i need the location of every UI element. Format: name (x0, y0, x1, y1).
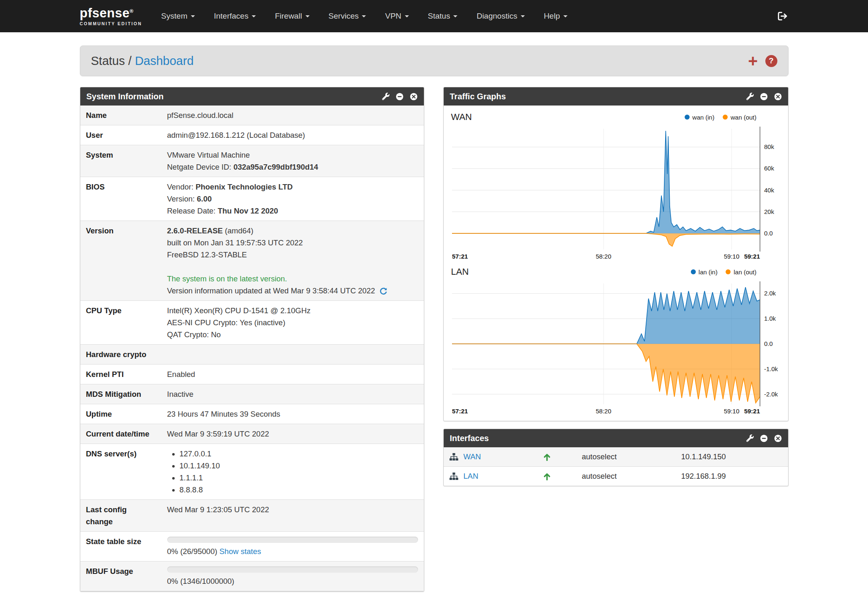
svg-text:59:21: 59:21 (744, 408, 760, 415)
chevron-down-icon (521, 15, 525, 17)
close-icon[interactable] (774, 93, 782, 101)
wan-traffic-graph: WAN wan (in) wan (out) 80k60k40k20k0.057… (450, 110, 782, 261)
row-bios: BIOS Vendor: Phoenix Technologies LTD Ve… (80, 177, 424, 221)
legend-dot-lan-out (726, 269, 731, 274)
interface-ip: 10.1.149.150 (681, 452, 782, 461)
main-menu: System Interfaces Firewall Services VPN … (161, 12, 586, 21)
breadcrumb-section: Status (91, 54, 125, 67)
interface-row-lan: LAN autoselect 192.168.1.99 (444, 467, 788, 486)
close-icon[interactable] (774, 434, 782, 442)
svg-text:59:10: 59:10 (724, 408, 739, 415)
pfsense-logo[interactable]: pfsense® COMMUNITY EDITION (80, 7, 142, 26)
svg-text:57:21: 57:21 (452, 253, 468, 260)
mbuf-progressbar (167, 566, 418, 573)
interface-link-wan[interactable]: WAN (464, 452, 481, 461)
wrench-icon[interactable] (382, 93, 390, 100)
row-state-table-size: State table size 0% (26/95000) Show stat… (80, 532, 424, 561)
chevron-down-icon (191, 15, 195, 17)
chevron-down-icon (563, 15, 567, 17)
panel-title-traffic-graphs: Traffic Graphs (450, 92, 506, 101)
system-information-panel: System Information Name pfSense.cloud.lo… (80, 87, 424, 592)
svg-text:59:21: 59:21 (744, 253, 760, 260)
status-up-icon (543, 472, 551, 481)
version-status: The system is on the latest version. (167, 273, 418, 285)
row-name: Name pfSense.cloud.local (80, 106, 424, 125)
lan-graph-title: LAN (451, 266, 469, 277)
svg-text:-2.0k: -2.0k (764, 391, 778, 398)
chevron-down-icon (252, 15, 256, 17)
row-last-config-change: Last config change Wed Mar 9 1:23:05 UTC… (80, 500, 424, 532)
row-dns-servers: DNS server(s) 127.0.0.1 10.1.149.10 1.1.… (80, 444, 424, 500)
nav-item-interfaces[interactable]: Interfaces (214, 12, 256, 21)
nav-item-firewall[interactable]: Firewall (275, 12, 309, 21)
breadcrumb-page[interactable]: Dashboard (135, 54, 194, 67)
row-system: System VMware Virtual Machine Netgate De… (80, 145, 424, 177)
netgate-device-id: 032a95a7c99dbf190d14 (233, 163, 318, 171)
svg-text:2.0k: 2.0k (764, 290, 776, 297)
chevron-down-icon (305, 15, 310, 17)
dns-server: 1.1.1.1 (180, 472, 418, 484)
row-current-datetime: Current date/time Wed Mar 9 3:59:19 UTC … (80, 424, 424, 444)
minimize-icon[interactable] (396, 93, 404, 101)
status-up-icon (543, 453, 551, 461)
nav-item-services[interactable]: Services (329, 12, 366, 21)
row-mbuf-usage: MBUF Usage 0% (1346/1000000) (80, 561, 424, 591)
svg-text:58:20: 58:20 (596, 408, 611, 415)
top-navbar: pfsense® COMMUNITY EDITION System Interf… (0, 0, 868, 32)
dns-server-list: 127.0.0.1 10.1.149.10 1.1.1.1 8.8.8.8 (171, 448, 418, 496)
lan-traffic-graph: LAN lan (in) lan (out) 2.0k1.0k0.0-1.0k-… (450, 265, 782, 416)
legend-dot-lan-in (691, 269, 696, 274)
show-states-link[interactable]: Show states (219, 547, 261, 556)
svg-text:57:21: 57:21 (452, 408, 468, 415)
minimize-icon[interactable] (760, 434, 768, 442)
dns-server: 127.0.0.1 (180, 448, 418, 460)
svg-text:0.0: 0.0 (764, 230, 773, 237)
nav-item-diagnostics[interactable]: Diagnostics (476, 12, 524, 21)
svg-text:40k: 40k (764, 187, 774, 194)
wan-chart-svg: 80k60k40k20k0.057:2158:2059:1059:21 (450, 125, 782, 261)
brand-name: pfsense (80, 6, 130, 20)
svg-text:1.0k: 1.0k (764, 315, 776, 322)
brand-subtitle: COMMUNITY EDITION (80, 21, 142, 26)
close-icon[interactable] (410, 93, 418, 101)
interfaces-table: WAN autoselect 10.1.149.150 LAN autosele… (444, 447, 788, 486)
svg-text:60k: 60k (764, 165, 774, 172)
row-cpu-type: CPU Type Intel(R) Xeon(R) CPU D-1541 @ 2… (80, 301, 424, 345)
refresh-icon[interactable] (379, 287, 387, 295)
interface-row-wan: WAN autoselect 10.1.149.150 (444, 447, 788, 467)
interface-ip: 192.168.1.99 (681, 472, 782, 481)
legend-dot-wan-out (723, 115, 728, 120)
wan-graph-title: WAN (451, 112, 472, 122)
row-uptime: Uptime 23 Hours 47 Minutes 39 Seconds (80, 404, 424, 424)
interfaces-panel: Interfaces WAN autoselect 10.1.149.150 (443, 429, 789, 486)
svg-text:0.0: 0.0 (764, 340, 773, 347)
row-hardware-crypto: Hardware crypto (80, 345, 424, 365)
registered-mark: ® (130, 8, 133, 14)
system-information-table: Name pfSense.cloud.local User admin@192.… (80, 106, 424, 591)
wrench-icon[interactable] (746, 93, 754, 100)
dns-server: 8.8.8.8 (180, 484, 418, 496)
help-icon[interactable]: ? (765, 55, 777, 67)
minimize-icon[interactable] (760, 93, 768, 101)
lan-chart-svg: 2.0k1.0k0.0-1.0k-2.0k57:2158:2059:1059:2… (450, 279, 782, 416)
breadcrumb-separator: / (125, 54, 135, 67)
nav-item-help[interactable]: Help (544, 12, 567, 21)
nav-item-status[interactable]: Status (428, 12, 458, 21)
traffic-graphs-panel: Traffic Graphs WAN wan (in) wan (out) (443, 87, 789, 421)
dns-server: 10.1.149.10 (180, 460, 418, 472)
lan-graph-legend: lan (in) lan (out) (691, 269, 781, 276)
svg-text:80k: 80k (764, 143, 774, 150)
interface-link-lan[interactable]: LAN (464, 472, 478, 481)
interface-media: autoselect (582, 452, 681, 461)
logout-icon[interactable] (777, 11, 789, 22)
chevron-down-icon (405, 15, 409, 17)
legend-dot-wan-in (685, 115, 690, 120)
wrench-icon[interactable] (746, 434, 754, 442)
nav-item-vpn[interactable]: VPN (385, 12, 409, 21)
svg-text:58:20: 58:20 (596, 253, 611, 260)
nav-item-system[interactable]: System (161, 12, 195, 21)
state-table-progressbar (167, 537, 418, 543)
row-mds-mitigation: MDS Mitigation Inactive (80, 384, 424, 404)
chevron-down-icon (362, 15, 366, 17)
add-widget-icon[interactable]: + (748, 53, 757, 69)
